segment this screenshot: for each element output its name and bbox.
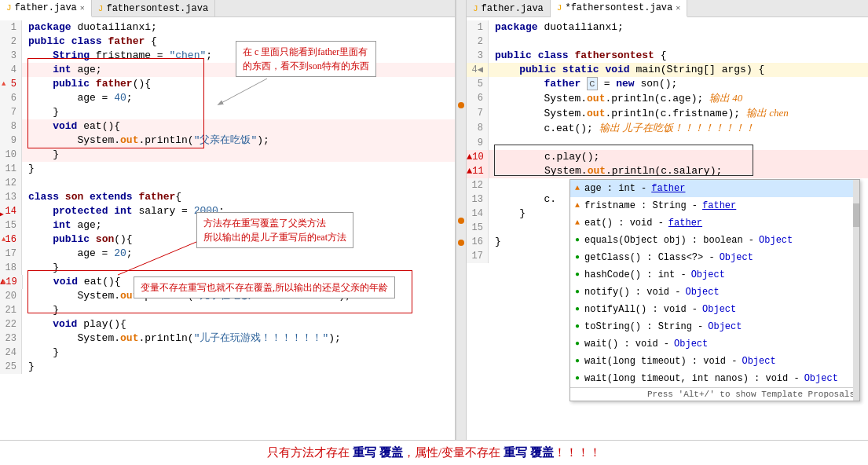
ac-item-age-icon: ▲ (575, 181, 580, 196)
ac-item-getclass[interactable]: ● getClass() : Class<?> - Object (570, 249, 859, 266)
ac-item-eat-source: father (668, 216, 702, 230)
ac-item-wait-long[interactable]: ● wait(long timeout) : void - Object (570, 353, 859, 370)
code-line-13: 13 class son extends father{ (0, 190, 455, 204)
right-linenum-5: 5 (467, 77, 489, 91)
code-content-12 (22, 176, 28, 190)
code-content-13: class son extends father{ (22, 190, 181, 204)
code-content-14: protected int salary = 2000; (22, 204, 225, 218)
right-code-9 (489, 136, 495, 150)
autocomplete-scrollbar[interactable] (853, 180, 859, 401)
ac-item-age[interactable]: ▲ age : int - father (570, 180, 859, 197)
ac-item-eat[interactable]: ▲ eat() : void - father (570, 214, 859, 232)
ac-item-equals-text: equals(Object obj) : boolean - (584, 233, 754, 247)
ac-item-wait-nanos[interactable]: ● wait(long timeout, int nanos) : void -… (570, 370, 859, 387)
code-line-25: 25 } (0, 360, 455, 374)
code-content-7: } (22, 105, 59, 119)
ac-item-hashcode-text: hashCode() : int - (584, 268, 687, 282)
code-line-6: 6 age = 40; (0, 91, 455, 105)
ac-item-notifyall[interactable]: ● notifyAll() : void - Object (570, 301, 859, 318)
right-linenum-4: 4◀ (467, 63, 489, 77)
right-tab-fatherson-close[interactable]: ✕ (676, 3, 680, 13)
code-line-21: 21 } (0, 303, 455, 317)
right-tab-fatherson[interactable]: J *fathersontest.java ✕ (551, 0, 687, 17)
right-tab-father[interactable]: J father.java (467, 0, 551, 17)
ac-item-wait[interactable]: ● wait() : void - Object (570, 335, 859, 353)
bottom-bar-keyword1: 重写 覆盖 (353, 446, 403, 459)
code-line-22: 22 void play(){ (0, 317, 455, 331)
right-linenum-3: 3 (467, 49, 489, 63)
ac-item-fristname-text: fristname : String - (584, 199, 698, 213)
left-tab-father[interactable]: J father.java ✕ (0, 0, 92, 17)
right-linenum-14: 14 (467, 207, 489, 221)
right-line-9: 9 (467, 136, 868, 150)
right-code-6: System.out.println(c.age); 输出 40 (489, 91, 742, 106)
code-content-17: age = 20; (22, 247, 133, 261)
code-line-17: 17 age = 20; (0, 247, 455, 261)
autocomplete-footer-text: Press 'Alt+/' to show Template Proposals (647, 390, 855, 399)
code-line-10: 10 } (0, 148, 455, 162)
left-tab-father-close[interactable]: ✕ (80, 3, 85, 13)
right-code-11: System.out.println(c.salary); (489, 164, 723, 178)
code-content-2: public class father { (22, 35, 157, 49)
ac-item-tostring[interactable]: ● toString() : String - Object (570, 318, 859, 335)
ac-item-tostring-text: toString() : String - (584, 320, 703, 334)
line-num-10: 10 (0, 148, 22, 162)
code-content-1: package duotailianxi; (22, 20, 157, 35)
right-linenum-10: ▲10 (467, 150, 489, 164)
line-num-5: 5 (0, 77, 22, 91)
right-code-4: public static void main(String[] args) { (489, 63, 764, 77)
right-tab-fatherson-icon: J (557, 3, 562, 13)
left-tab-bar: J father.java ✕ J fathersontest.java (0, 0, 455, 17)
line-num-22: 22 (0, 317, 22, 331)
left-tab-father-label: father.java (15, 2, 77, 13)
right-code-12 (489, 178, 495, 192)
panel-divider (456, 0, 467, 440)
code-line-9: 9 System.out.println("父亲在吃饭"); (0, 134, 455, 148)
right-tab-fatherson-label: *fathersontest.java (565, 2, 672, 13)
bottom-bar-suffix: ！！！！ (554, 446, 601, 459)
ac-item-eat-text: eat() : void - (584, 216, 664, 230)
code-content-21: } (22, 303, 59, 317)
right-code-5: father c = new son(); (489, 77, 677, 91)
code-line-1: 1 package duotailianxi; (0, 20, 455, 35)
autocomplete-footer: Press 'Alt+/' to show Template Proposals (570, 387, 859, 401)
right-line-2: 2 (467, 35, 868, 49)
ac-item-wait-nanos-text: wait(long timeout, int nanos) : void - (584, 372, 800, 386)
bottom-bar-prefix: 只有方法才存在 (267, 446, 353, 459)
ac-item-equals[interactable]: ● equals(Object obj) : boolean - Object (570, 232, 859, 249)
left-tab-fatherson-label: fathersontest.java (106, 3, 208, 14)
line-num-14: 14▶ (0, 204, 22, 218)
line-num-12: 12 (0, 176, 22, 190)
right-line-4: 4◀ public static void main(String[] args… (467, 63, 868, 77)
ac-item-fristname-icon: ▲ (575, 199, 580, 213)
right-linenum-13: 13 (467, 192, 489, 207)
ac-item-fristname[interactable]: ▲ fristname : String - father (570, 197, 859, 214)
ac-item-getclass-icon: ● (575, 251, 580, 265)
annotation-no-field-override-text: 变量不存在重写也就不存在覆盖,所以输出的还是父亲的年龄 (141, 282, 388, 293)
ac-item-getclass-text: getClass() : Class<?> - (584, 251, 715, 265)
right-code-17 (489, 249, 495, 263)
autocomplete-scrollbar-thumb[interactable] (853, 203, 859, 227)
code-content-8: void eat(){ (22, 119, 120, 134)
code-content-24: } (22, 346, 59, 360)
bottom-bar-text: 只有方法才存在 重写 覆盖，属性/变量不存在 重写 覆盖！！！！ (267, 446, 600, 459)
line-num-1: 1 (0, 20, 22, 35)
left-tab-fatherson[interactable]: J fathersontest.java (92, 0, 215, 17)
ac-item-age-source: father (651, 181, 685, 196)
right-tab-bar: J father.java J *fathersontest.java ✕ (467, 0, 868, 17)
line-num-6: 6 (0, 91, 22, 105)
line-num-8: 8 (0, 119, 22, 134)
autocomplete-dropdown[interactable]: ▲ age : int - father ▲ fristname : Strin… (570, 179, 860, 401)
ac-item-hashcode[interactable]: ● hashCode() : int - Object (570, 266, 859, 284)
line-num-20: 20 (0, 289, 22, 303)
ac-item-wait-nanos-icon: ● (575, 372, 580, 386)
ac-item-notify[interactable]: ● notify() : void - Object (570, 284, 859, 301)
right-line-8: 8 c.eat(); 输出 儿子在吃饭！！！！！！！！ (467, 121, 868, 136)
line-num-21: 21 (0, 303, 22, 317)
code-line-11: 11 } (0, 162, 455, 176)
code-line-4: 4 int age; (0, 63, 455, 77)
ac-item-notifyall-icon: ● (575, 302, 580, 317)
ac-item-wait-long-source: Object (742, 354, 775, 368)
ac-item-wait-nanos-source: Object (804, 372, 838, 386)
code-line-5: 5 public father(){ (0, 77, 455, 91)
